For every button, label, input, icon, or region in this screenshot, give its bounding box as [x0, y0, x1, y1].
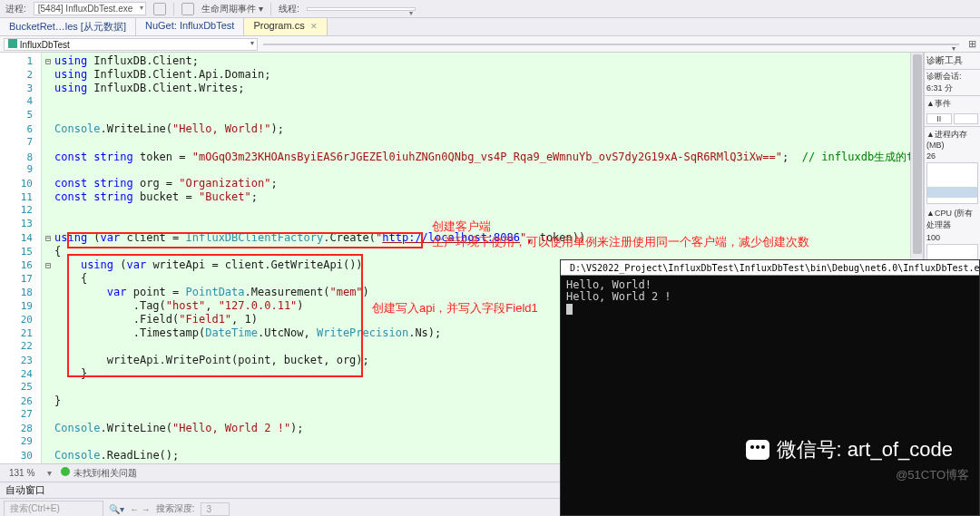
console-cursor	[566, 304, 573, 315]
diag-blank-button[interactable]	[954, 113, 979, 124]
line-number: 15	[0, 246, 42, 258]
fold-toggle-icon[interactable]: ⊟	[42, 233, 54, 243]
search-icon[interactable]: 🔍▾	[109, 504, 124, 514]
code-line[interactable]: 4	[0, 95, 910, 109]
code-line[interactable]: 11const string bucket = "Bucket";	[0, 190, 910, 204]
code-line[interactable]: 5	[0, 109, 910, 122]
cycle-icon[interactable]	[153, 3, 166, 15]
line-number: 27	[0, 408, 42, 420]
process-combo[interactable]: [5484] InfluxDbTest.exe	[34, 2, 147, 15]
line-number: 2	[0, 69, 42, 81]
line-number: 17	[0, 273, 42, 285]
fold-toggle-icon[interactable]: ⊟	[42, 260, 54, 270]
doc-member-selector: InfluxDbTest ⊞	[0, 36, 980, 53]
code-line[interactable]: 8const string token = "mOGqO3m23KHOAnsBy…	[0, 150, 910, 163]
process-label: 进程:	[5, 3, 26, 15]
no-issues-label: 未找到相关问题	[74, 468, 137, 478]
line-number: 20	[0, 314, 42, 326]
line-number: 14	[0, 232, 42, 244]
wechat-icon	[746, 440, 769, 460]
line-number: 6	[0, 123, 42, 135]
line-number: 12	[0, 204, 42, 216]
console-title-text: D:\VS2022_Project\InfluxDbTest\InfluxDbT…	[570, 263, 980, 273]
watermark-credit: @51CTO博客	[896, 467, 969, 483]
code-line[interactable]: 10const string org = "Organization";	[0, 177, 910, 190]
pause-icon[interactable]	[181, 3, 194, 15]
code-line[interactable]: 12	[0, 204, 910, 218]
annotation-label-1: 创建客户端	[432, 219, 491, 235]
watermark-wechat: 微信号: art_of_code	[746, 436, 953, 463]
code-line[interactable]: 3using InfluxDB.Client.Writes;	[0, 82, 910, 95]
document-tabs: BucketRet…les [从元数据] NuGet: InfluxDbTest…	[0, 18, 980, 36]
project-selector[interactable]: InfluxDbTest	[4, 38, 258, 51]
status-ok-icon	[61, 467, 70, 476]
line-number: 8	[0, 151, 42, 163]
diag-title: 诊断工具	[925, 53, 980, 70]
line-number: 28	[0, 423, 42, 434]
lifecycle-label[interactable]: 生命周期事件 ▾	[201, 3, 263, 15]
code-text[interactable]: using InfluxDB.Client.Api.Domain;	[54, 68, 910, 81]
code-text[interactable]: using InfluxDB.Client;	[54, 54, 910, 67]
fold-toggle-icon[interactable]: ⊟	[42, 56, 54, 66]
tab-close-icon[interactable]: ✕	[310, 22, 318, 31]
auto-search-input[interactable]: 搜索(Ctrl+E)	[4, 501, 103, 516]
search-depth-label: 搜索深度:	[156, 502, 195, 515]
line-number: 22	[0, 340, 42, 352]
diag-mem-value: 26	[925, 151, 980, 161]
line-number: 19	[0, 300, 42, 312]
line-number: 13	[0, 218, 42, 229]
diag-pause-button[interactable]: II	[926, 113, 952, 124]
line-number: 16	[0, 259, 42, 271]
line-number: 25	[0, 381, 42, 393]
tab-program-cs[interactable]: Program.cs✕	[244, 18, 327, 35]
debug-toolbar: 进程: [5484] InfluxDbTest.exe 生命周期事件 ▾ 线程:	[0, 0, 980, 18]
code-line[interactable]: 9	[0, 163, 910, 177]
line-number: 23	[0, 355, 42, 366]
line-number: 24	[0, 368, 42, 380]
line-number: 7	[0, 136, 42, 148]
code-line[interactable]: 6Console.WriteLine("Hello, World!");	[0, 122, 910, 136]
line-number: 31	[0, 462, 42, 463]
line-number: 26	[0, 395, 42, 407]
code-line[interactable]: 1⊟using InfluxDB.Client;	[0, 54, 910, 68]
line-number: 1	[0, 55, 42, 67]
diag-mem-graph	[926, 162, 978, 204]
code-text[interactable]: const string bucket = "Bucket";	[54, 190, 910, 203]
diag-mem-label: ▲进程内存 (MB)	[925, 127, 980, 151]
member-selector[interactable]	[263, 44, 959, 45]
code-text[interactable]: Console.WriteLine("Hello, World!");	[54, 122, 910, 135]
thread-label: 线程:	[279, 3, 299, 15]
code-line[interactable]: 2using InfluxDB.Client.Api.Domain;	[0, 68, 910, 82]
diag-events-label: ▲事件	[925, 96, 980, 112]
diag-cpu-label: ▲CPU (所有处理器	[925, 206, 980, 233]
code-line[interactable]: 7	[0, 136, 910, 150]
line-number: 21	[0, 327, 42, 339]
thread-combo[interactable]	[307, 7, 416, 11]
line-number: 11	[0, 191, 42, 203]
line-number: 30	[0, 450, 42, 462]
tab-bucketret[interactable]: BucketRet…les [从元数据]	[0, 18, 136, 35]
line-number: 5	[0, 109, 42, 121]
auto-window-title: 自动窗口	[5, 483, 45, 497]
tab-nuget[interactable]: NuGet: InfluxDbTest	[136, 18, 244, 35]
line-number: 4	[0, 95, 42, 107]
code-text[interactable]: const string org = "Organization";	[54, 177, 910, 190]
search-depth-input[interactable]: 3	[201, 502, 230, 516]
console-title-bar[interactable]: D:\VS2022_Project\InfluxDbTest\InfluxDbT…	[561, 260, 979, 276]
line-number: 29	[0, 435, 42, 447]
code-text[interactable]: const string token = "mOGqO3m23KHOAnsByi…	[54, 150, 924, 165]
diag-cpu-value: 100	[925, 233, 980, 242]
console-body: Hello, World! Hello, World 2 !	[561, 276, 979, 318]
line-number: 3	[0, 83, 42, 94]
project-icon	[8, 39, 17, 48]
annotation-label-1-sub: 生产环境下使用，可以使用单例来注册使用同一个客户端，减少创建次数	[432, 234, 809, 250]
split-icon[interactable]: ⊞	[965, 38, 980, 50]
line-number: 18	[0, 287, 42, 298]
zoom-level[interactable]: 131 %	[5, 468, 38, 478]
diag-session-label: 诊断会话: 6:31 分	[926, 72, 962, 92]
annotation-label-2: 创建写入api，并写入字段Field1	[372, 300, 538, 316]
code-text[interactable]: using InfluxDB.Client.Writes;	[54, 82, 910, 94]
line-number: 9	[0, 163, 42, 175]
line-number: 10	[0, 178, 42, 190]
